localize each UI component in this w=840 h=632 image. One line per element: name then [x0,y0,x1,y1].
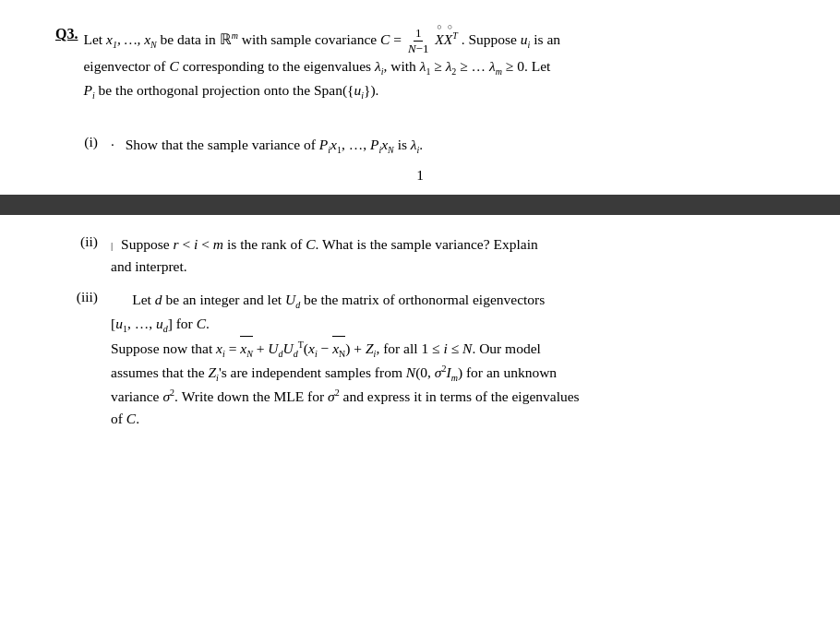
math-C-def: C = 1 N−1 [380,31,462,47]
q3-intro-line2: eigenvector of C corresponding to the ei… [83,55,785,79]
part-iii-content: Let d be an integer and let Ud be the ma… [111,289,785,430]
part-ii-bullet: | [111,240,113,251]
part-iii-line4: assumes that the Zi's are independent sa… [111,362,785,386]
math-XXT: ○○ XXT [435,29,458,51]
part-iii-block: (iii) Let d be an integer and let Ud be … [55,289,785,430]
part-i-label: (i) [55,134,111,150]
q3-block: Q3. Let x1, …, xN be data in ℝm with sam… [55,26,785,102]
part-iii-line1: Let d be an integer and let Ud be the ma… [111,289,785,313]
part-i-content: · Show that the sample variance of Pix1,… [111,134,785,158]
math-x1xn: x1, …, xN [106,31,157,47]
part-ii-block: (ii) | Suppose r < i < m is the rank of … [55,233,785,278]
top-section: Q3. Let x1, …, xN be data in ℝm with sam… [0,0,840,119]
dark-bar [0,195,840,215]
page-number: 1 [0,158,840,191]
q3-label: Q3. [55,26,78,42]
bottom-section: (ii) | Suppose r < i < m is the rank of … [0,215,840,445]
frac-1-N1: 1 N−1 [406,26,431,55]
math-Rm: ℝm [220,31,238,47]
part-i-bullet: · [111,137,114,152]
part-ii-content: | Suppose r < i < m is the rank of C. Wh… [111,233,785,278]
part-ii-label: (ii) [55,233,111,250]
q3-text: Let x1, …, xN be data in ℝm with sample … [83,26,785,102]
part-iii-label: (iii) [55,289,111,305]
part-iii-line6: of C. [111,408,785,430]
page-container: Q3. Let x1, …, xN be data in ℝm with sam… [0,0,840,632]
q3-intro-line3: Pi be the orthogonal projection onto the… [83,79,785,103]
part-i-block: (i) · Show that the sample variance of P… [0,119,840,158]
page-number-value: 1 [416,167,424,183]
part-iii-line5: variance σ2. Write down the MLE for σ2 a… [111,386,785,408]
q3-intro-line1: Let x1, …, xN be data in ℝm with sample … [83,26,785,55]
part-iii-line2: [u1, …, ud] for C. [111,313,785,337]
part-iii-line3: Suppose now that xi = xN + UdUdT(xi − xN… [111,336,785,362]
